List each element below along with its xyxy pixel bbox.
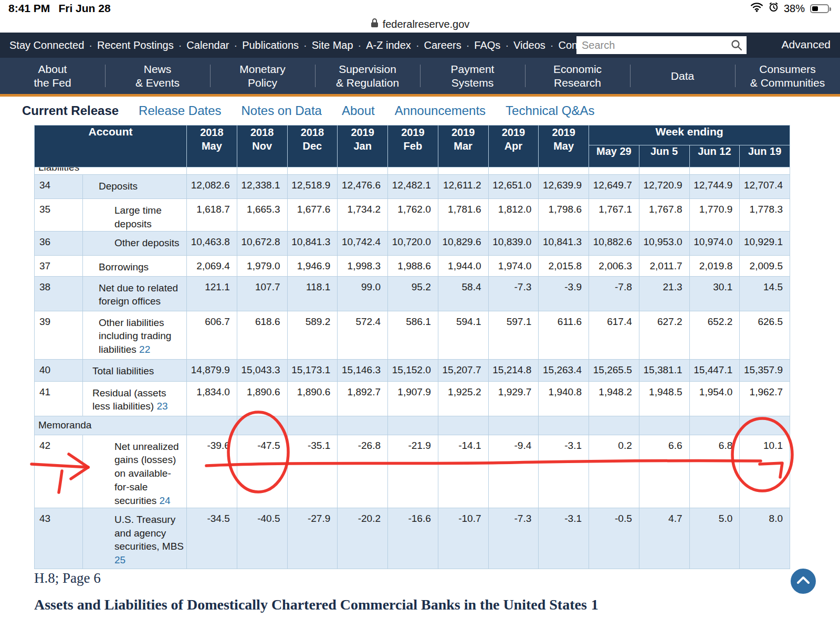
data-cell: -34.5	[187, 508, 237, 569]
data-cell: 1,890.6	[237, 381, 287, 416]
column-header-account: Account	[35, 125, 187, 167]
main-nav-item[interactable]: Aboutthe Fed	[0, 58, 105, 94]
search-icon[interactable]	[727, 36, 747, 54]
row-label-cell: Residual (assets less liabilities) 23	[83, 381, 187, 416]
data-cell: 6.6	[639, 435, 689, 508]
data-cell: 1,907.9	[388, 381, 438, 416]
main-nav-item[interactable]: PaymentSystems	[420, 58, 525, 94]
sub-nav-item[interactable]: Release Dates	[139, 103, 221, 118]
sub-nav-item[interactable]: About	[342, 103, 375, 118]
clipped-cell	[488, 167, 539, 175]
footnote-link[interactable]: 25	[114, 554, 125, 565]
row-number-cell: 37	[35, 255, 83, 276]
data-cell: 1,618.7	[187, 199, 237, 232]
column-header-month: 2018Dec	[287, 125, 338, 167]
page-label: H.8; Page 6	[34, 570, 101, 586]
utility-nav-item[interactable]: Publications	[242, 39, 299, 51]
row-number-cell: 34	[35, 175, 83, 199]
document-title-text: Assets and Liabilities of Domestically C…	[34, 596, 587, 613]
nav-separator: ·	[234, 39, 237, 51]
data-cell: 10,839.0	[488, 231, 539, 255]
clipped-cell	[338, 167, 388, 175]
status-time: 8:41 PM	[8, 2, 50, 15]
main-nav-item[interactable]: Supervision& Regulation	[315, 58, 420, 94]
clipped-cell	[388, 167, 438, 175]
column-header-month: 2019Jan	[338, 125, 388, 167]
clipped-cell	[740, 167, 790, 175]
data-cell: 1,988.6	[388, 255, 438, 276]
data-cell: 1,677.6	[287, 199, 338, 232]
utility-nav-item[interactable]: Recent Postings	[97, 39, 174, 51]
utility-nav-item[interactable]: Videos	[513, 39, 545, 51]
main-nav-item[interactable]: MonetaryPolicy	[210, 58, 315, 94]
main-nav-item[interactable]: EconomicResearch	[525, 58, 630, 94]
column-header-month: 2018May	[187, 125, 237, 167]
footnote-link[interactable]: 22	[139, 344, 150, 355]
advanced-search-link[interactable]: Advanced	[782, 38, 831, 51]
clipped-section-label: Liabilities	[35, 167, 186, 174]
utility-nav-item[interactable]: Site Map	[312, 39, 353, 51]
data-cell: 1,770.9	[689, 199, 740, 232]
sub-nav-item[interactable]: Technical Q&As	[506, 103, 594, 118]
main-nav-item[interactable]: Data	[630, 58, 735, 94]
data-cell: -7.8	[589, 276, 639, 311]
scroll-to-top-button[interactable]	[791, 569, 816, 594]
data-cell: 12,338.1	[237, 175, 287, 199]
data-cell: 2,019.8	[689, 255, 740, 276]
data-cell: -20.2	[338, 508, 388, 569]
data-cell: 10,672.8	[237, 231, 287, 255]
data-cell: 12,744.9	[689, 175, 740, 199]
main-nav-item[interactable]: Consumers& Communities	[735, 58, 840, 94]
data-cell: 10,974.0	[689, 231, 740, 255]
utility-nav-item[interactable]: Calendar	[186, 39, 229, 51]
main-nav: Aboutthe FedNews& EventsMonetaryPolicySu…	[0, 58, 840, 97]
url-bar[interactable]: federalreserve.gov	[0, 16, 840, 33]
row-label-cell: Deposits	[83, 175, 187, 199]
data-cell: 15,043.3	[237, 359, 287, 381]
row-number-cell: 39	[35, 311, 83, 359]
clipped-cell	[539, 167, 589, 175]
utility-nav-item[interactable]: A-Z index	[366, 39, 411, 51]
row-number-cell: 38	[35, 276, 83, 311]
data-cell: 606.7	[187, 311, 237, 359]
clipped-cell	[237, 167, 287, 175]
data-cell: 8.0	[740, 508, 790, 569]
data-cell: 597.1	[488, 311, 539, 359]
nav-separator: ·	[416, 39, 419, 51]
footnote-link[interactable]: 24	[160, 495, 171, 506]
utility-nav-item[interactable]: Careers	[424, 39, 461, 51]
footnote-link[interactable]: 23	[156, 401, 167, 412]
row-number-cell: 35	[35, 199, 83, 232]
main-nav-item[interactable]: News& Events	[105, 58, 210, 94]
clipped-cell	[438, 167, 488, 175]
sub-nav-item[interactable]: Notes on Data	[242, 103, 322, 118]
data-cell: -9.4	[488, 435, 539, 508]
data-cell: 589.2	[287, 311, 338, 359]
battery-percent: 38%	[784, 3, 805, 15]
chevron-up-icon	[796, 576, 810, 586]
data-cell: 10,929.1	[740, 231, 790, 255]
sub-nav-item[interactable]: Announcements	[395, 103, 486, 118]
data-cell: 15,263.4	[539, 359, 589, 381]
sub-nav-item[interactable]: Current Release	[22, 103, 119, 118]
data-cell: 10.1	[740, 435, 790, 508]
nav-separator: ·	[358, 39, 362, 51]
utility-nav-item[interactable]: Stay Connected	[9, 39, 84, 51]
data-cell: 12,707.4	[740, 175, 790, 199]
data-cell: -3.1	[539, 508, 589, 569]
nav-separator: ·	[178, 39, 182, 51]
document-title-footnote[interactable]: 1	[591, 596, 598, 613]
clipped-cell	[187, 167, 237, 175]
row-number-cell: 41	[35, 381, 83, 416]
search-input[interactable]	[576, 39, 727, 51]
data-cell: -40.5	[237, 508, 287, 569]
utility-nav-item[interactable]: FAQs	[474, 39, 500, 51]
data-cell: 1,798.6	[539, 199, 589, 232]
table-row: 38Net due to related foreign offices121.…	[35, 276, 790, 311]
data-cell: 14.5	[740, 276, 790, 311]
data-cell: 1,940.8	[539, 381, 589, 416]
data-cell: 15,357.9	[740, 359, 790, 381]
data-cell: 58.4	[438, 276, 488, 311]
data-cell: 15,173.1	[287, 359, 338, 381]
empty-cell	[740, 416, 790, 435]
